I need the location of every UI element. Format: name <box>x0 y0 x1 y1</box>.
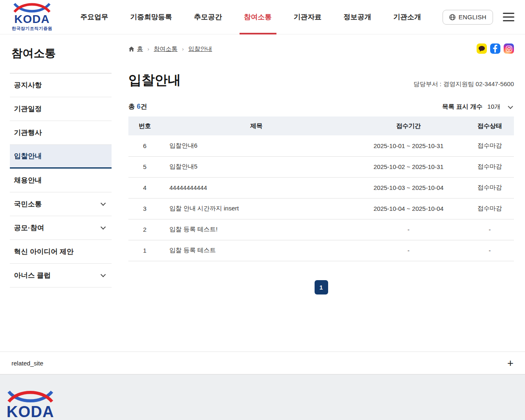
table-row[interactable]: 2 입찰 등록 테스트! - - <box>128 219 514 240</box>
plus-icon[interactable]: + <box>507 358 514 368</box>
sidebar-menu: 공지사항 기관일정 기관행사 입찰안내 채용안내 국민소통 공모·참여 혁신 아… <box>10 73 112 288</box>
site-header: KODA 한국장기조직기증원 주요업무 기증희망등록 추모공간 참여소통 기관자… <box>0 0 525 34</box>
nav-item-about[interactable]: 기관소개 <box>391 0 424 34</box>
total-count: 총 6건 <box>128 103 147 111</box>
english-language-button[interactable]: ENGLISH <box>443 10 493 25</box>
list-count-label: 목록 표시 개수 <box>442 103 482 111</box>
chevron-down-icon <box>100 201 106 206</box>
sidebar-item-innovation-idea[interactable]: 혁신 아이디어 제안 <box>10 240 112 264</box>
site-logo[interactable]: KODA 한국장기조직기증원 <box>11 2 53 32</box>
post-title-link[interactable]: 입찰안내5 <box>161 156 352 177</box>
koda-ribbon-icon <box>6 390 55 403</box>
social-links <box>477 43 514 54</box>
sidebar-item-recruitment[interactable]: 채용안내 <box>10 169 112 192</box>
nav-item-main-services[interactable]: 주요업무 <box>78 0 111 34</box>
page-title: 입찰안내 <box>128 71 181 89</box>
logo-subtitle: 한국장기조직기증원 <box>12 26 52 32</box>
nav-item-donation-registration[interactable]: 기증희망등록 <box>128 0 175 34</box>
sidebar-item-notices[interactable]: 공지사항 <box>10 73 112 97</box>
logo-text: KODA <box>14 14 50 25</box>
main-nav: 주요업무 기증희망등록 추모공간 참여소통 기관자료 정보공개 기관소개 <box>78 0 424 34</box>
breadcrumb-home[interactable]: 홈 <box>137 45 143 53</box>
sidebar-item-events[interactable]: 기관행사 <box>10 121 112 145</box>
breadcrumb-separator: › <box>148 46 149 52</box>
menu-hamburger-icon[interactable] <box>503 13 514 21</box>
instagram-icon[interactable] <box>504 43 514 54</box>
sidebar-item-schedule[interactable]: 기관일정 <box>10 97 112 121</box>
table-row[interactable]: 4 44444444444 2025-10-03 ~ 2025-10-04 접수… <box>128 177 514 198</box>
related-site-label: related_site <box>11 360 43 367</box>
post-title-link[interactable]: 입찰 등록 테스트! <box>161 219 352 240</box>
column-header-title: 제목 <box>161 116 352 135</box>
breadcrumb-bid-notice[interactable]: 입찰안내 <box>188 45 212 53</box>
main-content: 홈 › 참여소통 › 입찰안내 입찰안내 담당부서 : 경영지원팀 02-344… <box>128 43 514 294</box>
kakao-icon[interactable] <box>477 43 487 54</box>
sidebar-title: 참여소통 <box>11 46 112 61</box>
sidebar-item-honors-club[interactable]: 아너스 클럽 <box>10 264 112 288</box>
table-row[interactable]: 6 입찰안내6 2025-10-01 ~ 2025-10-31 접수마감 <box>128 135 514 156</box>
breadcrumb: 홈 › 참여소통 › 입찰안내 <box>128 43 514 54</box>
list-count-value: 10개 <box>487 103 500 111</box>
column-header-status: 접수상태 <box>466 116 514 135</box>
post-title-link[interactable]: 입찰 등록 테스트 <box>161 240 352 261</box>
nav-item-participation[interactable]: 참여소통 <box>242 0 274 34</box>
sidebar-item-contest-participation[interactable]: 공모·참여 <box>10 216 112 240</box>
chevron-down-icon <box>100 272 106 277</box>
column-header-no: 번호 <box>128 116 161 135</box>
table-row[interactable]: 3 입찰 안내 시간까지 insert 2025-10-04 ~ 2025-10… <box>128 198 514 219</box>
bid-notice-table: 번호 제목 접수기간 접수상태 6 입찰안내6 2025-10-01 ~ 202… <box>128 116 514 261</box>
post-title-link[interactable]: 입찰안내6 <box>161 135 352 156</box>
related-site-bar[interactable]: related_site + <box>0 352 525 374</box>
chevron-down-icon <box>508 104 513 109</box>
table-header-row: 번호 제목 접수기간 접수상태 <box>128 116 514 135</box>
chevron-down-icon <box>100 224 106 230</box>
nav-item-resources[interactable]: 기관자료 <box>291 0 324 34</box>
nav-item-memorial-space[interactable]: 추모공간 <box>192 0 224 34</box>
post-title-link[interactable]: 입찰 안내 시간까지 insert <box>161 198 352 219</box>
globe-icon <box>449 14 456 21</box>
facebook-icon[interactable] <box>490 43 500 54</box>
list-count-dropdown[interactable]: 목록 표시 개수 10개 <box>442 103 514 111</box>
nav-item-information-disclosure[interactable]: 정보공개 <box>341 0 374 34</box>
department-contact-info: 담당부서 : 경영지원팀 02-3447-5600 <box>413 80 514 89</box>
sidebar-item-bid-notice[interactable]: 입찰안내 <box>10 145 112 169</box>
table-row[interactable]: 5 입찰안내5 2025-10-02 ~ 2025-10-31 접수마감 <box>128 156 514 177</box>
page-1-button[interactable]: 1 <box>315 280 328 294</box>
pagination: 1 <box>128 280 514 294</box>
breadcrumb-separator: › <box>182 46 184 52</box>
breadcrumb-participation[interactable]: 참여소통 <box>154 45 178 53</box>
footer-logo: KODA 한국장기조직기증원 <box>4 390 57 420</box>
english-button-label: ENGLISH <box>459 14 486 21</box>
home-icon <box>128 46 135 52</box>
column-header-period: 접수기간 <box>352 116 466 135</box>
sidebar: 참여소통 공지사항 기관일정 기관행사 입찰안내 채용안내 국민소통 공모·참여… <box>10 43 112 288</box>
table-row[interactable]: 1 입찰 등록 테스트 - - <box>128 240 514 261</box>
sidebar-item-public-communication[interactable]: 국민소통 <box>10 192 112 216</box>
footer-logo-text: KODA <box>7 404 54 420</box>
koda-ribbon-icon <box>12 2 52 13</box>
site-footer: KODA 한국장기조직기증원 <box>0 374 525 420</box>
post-title-link[interactable]: 44444444444 <box>161 177 352 198</box>
